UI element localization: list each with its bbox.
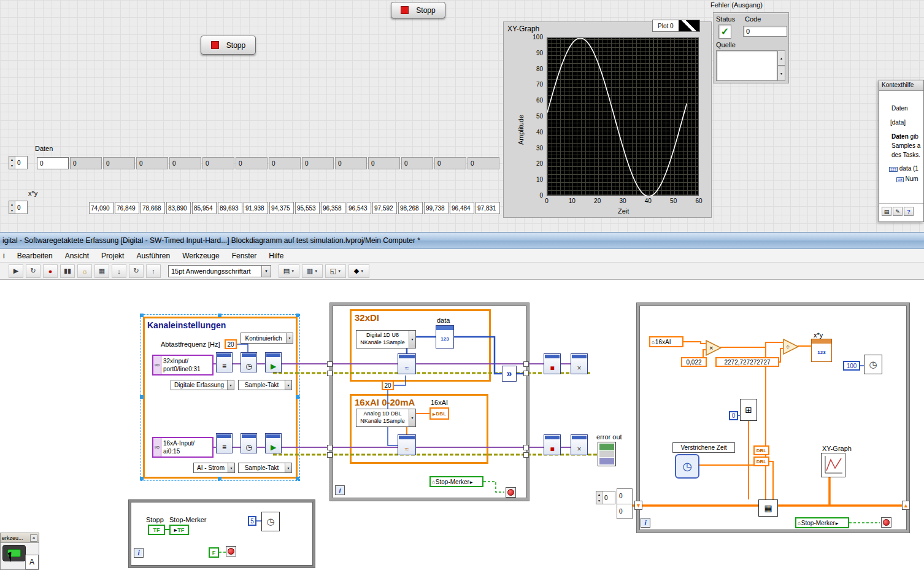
daten-element-8[interactable]: 0: [302, 157, 334, 169]
scale-constant-1[interactable]: 0,022: [681, 357, 707, 367]
daqmx-clear-task-icon[interactable]: ×: [571, 353, 588, 374]
pause-button[interactable]: ▮▮: [60, 264, 75, 278]
scroll-up-icon[interactable]: ▲: [777, 50, 785, 66]
mode-dropdown[interactable]: Kontinuierlich ▼: [241, 333, 293, 344]
xy-element-10[interactable]: 96,543: [347, 202, 371, 214]
menu-item-3[interactable]: Projekt: [101, 252, 124, 260]
xy-element-4[interactable]: 85,954: [192, 202, 217, 214]
loop-condition-terminal[interactable]: [226, 546, 236, 557]
daten-element-5[interactable]: 0: [202, 157, 234, 169]
daqmx-clear-task-icon[interactable]: ×: [571, 434, 588, 455]
xy-graph-terminal-icon[interactable]: [821, 453, 845, 477]
daten-element-10[interactable]: 0: [368, 157, 400, 169]
spinner-down-icon[interactable]: ▼: [9, 207, 15, 214]
font-selector[interactable]: 15pt Anwendungsschriftart ▼: [168, 265, 271, 277]
di-clock-dropdown[interactable]: Sample-Takt ▼: [238, 380, 292, 390]
spinner-down-icon[interactable]: ▼: [9, 163, 15, 169]
chevron-down-icon[interactable]: ▼: [285, 380, 291, 390]
chevron-down-icon[interactable]: ▼: [261, 266, 271, 277]
xy-element-5[interactable]: 89,693: [218, 202, 242, 214]
stopp-tf-terminal[interactable]: TF: [148, 525, 165, 535]
edit-text-tool[interactable]: A: [25, 555, 39, 569]
xy-element-7[interactable]: 94,375: [269, 202, 294, 214]
spinner-up-icon[interactable]: ▲: [596, 491, 602, 498]
elapsed-time-label[interactable]: Verstrichene Zeit: [672, 442, 735, 453]
spinner-down-icon[interactable]: ▼: [596, 498, 602, 504]
loop-tunnel[interactable]: [523, 452, 529, 458]
xy-element-12[interactable]: 98,268: [398, 202, 423, 214]
menu-item-1[interactable]: Bearbeiten: [17, 252, 53, 260]
to-dbl-convert-icon[interactable]: DBL: [753, 456, 769, 466]
daten-index-value[interactable]: 0: [15, 156, 27, 169]
wait-constant[interactable]: 5: [248, 516, 256, 526]
daten-element-0[interactable]: 0: [37, 157, 69, 169]
close-icon[interactable]: ×: [30, 534, 37, 542]
to-dbl-convert-icon[interactable]: DBL: [753, 445, 769, 455]
di-channel-control[interactable]: I/O 32xInput/port0/line0:31: [152, 355, 214, 376]
xy-element-3[interactable]: 83,890: [166, 202, 191, 214]
chevron-down-icon[interactable]: ▼: [409, 331, 415, 348]
step-over-button[interactable]: ↻: [129, 264, 144, 278]
menu-item-5[interactable]: Werkzeuge: [182, 252, 219, 260]
daten-index-spinner[interactable]: ▲▼ 0: [9, 156, 28, 169]
abtastfrequenz-constant[interactable]: 20: [225, 339, 237, 349]
xy-element-14[interactable]: 96,484: [450, 202, 474, 214]
step-out-button[interactable]: ↑: [146, 264, 161, 278]
plot-legend[interactable]: Plot 0: [652, 20, 700, 32]
chevron-down-icon[interactable]: ▼: [409, 409, 415, 426]
plot-area[interactable]: [547, 37, 699, 196]
xy-index-spinner[interactable]: ▲▼ 0: [9, 201, 28, 214]
daten-element-9[interactable]: 0: [335, 157, 367, 169]
status-check-icon[interactable]: ✓: [718, 25, 731, 39]
iteration-terminal[interactable]: i: [335, 485, 345, 495]
sample-count-constant[interactable]: 20: [382, 380, 394, 390]
iteration-terminal[interactable]: i: [641, 518, 650, 528]
shift-register-right-icon[interactable]: ▲: [902, 501, 910, 510]
quelle-field[interactable]: [716, 50, 777, 81]
title-bar[interactable]: igital - Softwaregetaktete Erfassung [Di…: [0, 232, 924, 249]
detailed-help-button[interactable]: ?: [904, 207, 914, 216]
daqmx-read-ai-icon[interactable]: ≈: [398, 434, 416, 455]
menu-item-0[interactable]: i: [3, 252, 5, 260]
daqmx-stop-task-icon[interactable]: ■: [544, 353, 561, 374]
daqmx-create-channel-icon[interactable]: ≡: [216, 352, 233, 372]
run-continuous-button[interactable]: ↻: [26, 264, 40, 278]
convert-node-icon[interactable]: »: [502, 366, 517, 382]
loop-tunnel[interactable]: [327, 371, 333, 376]
loop-tunnel[interactable]: [523, 361, 529, 367]
resize-objects-dropdown[interactable]: ◱▼: [325, 264, 346, 278]
stop-merker-local-acq[interactable]: ⌂ Stop-Merker ▶: [429, 476, 483, 487]
bundle-node-icon[interactable]: ▦: [758, 499, 778, 517]
xy-index-value[interactable]: 0: [15, 201, 27, 214]
daqmx-start-icon[interactable]: ▶: [265, 352, 282, 372]
di-type-dropdown[interactable]: Digitale Erfassung ▼: [171, 380, 234, 390]
loop-condition-terminal[interactable]: [881, 517, 891, 528]
ai-clock-dropdown[interactable]: Sample-Takt ▼: [238, 463, 292, 473]
daten-element-12[interactable]: 0: [434, 157, 466, 169]
daten-element-3[interactable]: 0: [136, 157, 168, 169]
retain-wire-values-button[interactable]: ▦: [94, 264, 109, 278]
chevron-down-icon[interactable]: ▼: [286, 333, 293, 343]
daten-element-4[interactable]: 0: [169, 157, 201, 169]
menu-item-4[interactable]: Ausführen: [136, 252, 170, 260]
xy-indicator-terminal[interactable]: 123: [811, 339, 832, 362]
iteration-terminal[interactable]: i: [134, 548, 144, 558]
xy-element-11[interactable]: 97,592: [372, 202, 397, 214]
chevron-down-icon[interactable]: ▼: [228, 463, 234, 472]
ai-type-dropdown[interactable]: AI - Strom ▼: [193, 463, 235, 473]
stop-merker-local-proc[interactable]: ⌂ Stop-Merker ▶: [795, 517, 849, 528]
loop-tunnel[interactable]: [523, 445, 529, 450]
elapsed-time-express-icon[interactable]: ◷: [675, 454, 699, 479]
quelle-scrollbar[interactable]: ▲ ▼: [777, 50, 785, 81]
xy-element-13[interactable]: 99,738: [424, 202, 449, 214]
scale-constant-2[interactable]: 2272,727272727: [715, 357, 779, 367]
menu-item-6[interactable]: Fenster: [232, 252, 257, 260]
false-constant[interactable]: F: [209, 547, 219, 558]
stop-merker-tf-local[interactable]: ▶ TF: [169, 525, 189, 535]
shift-register-left-icon[interactable]: ▼: [634, 501, 642, 510]
array-index-value[interactable]: 0: [603, 491, 615, 504]
array-cell[interactable]: 0: [617, 504, 632, 519]
init-array-constant[interactable]: 0 0: [617, 488, 633, 519]
palette-title-bar[interactable]: erkzeu... ×: [1, 533, 39, 543]
menu-item-7[interactable]: Hilfe: [269, 252, 283, 260]
